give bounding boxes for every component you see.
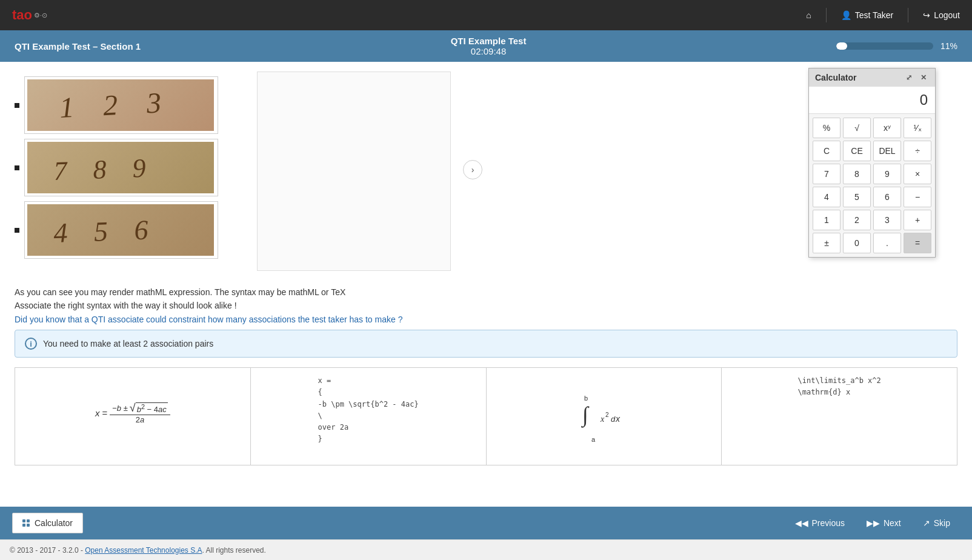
image-card-3[interactable]: 4 5 6 — [24, 201, 218, 259]
timer: 02:09:48 — [451, 46, 527, 56]
math-card-tex1[interactable]: x = { -b \pm \sqrt{b^2 - 4ac} \ over 2a … — [251, 368, 487, 465]
text-line2: Associate the right syntax with the way … — [15, 299, 957, 312]
calculator-widget: Calculator ⤢ ✕ 0 %√xʸ¹⁄ₓCCEDEL÷789×456−1… — [808, 68, 936, 258]
calc-controls: ⤢ ✕ — [904, 72, 929, 83]
question-text: As you can see you may render mathML exp… — [15, 278, 957, 330]
next-label: Next — [884, 518, 901, 528]
app-logo: tao ⚙·⊙ — [12, 7, 47, 23]
calc-resize-button[interactable]: ⤢ — [904, 72, 914, 83]
svg-text:1 2 3: 1 2 3 — [59, 85, 173, 124]
test-info: QTI Example Test 02:09:48 — [451, 36, 527, 56]
sand-image-789: 7 8 9 — [27, 142, 214, 193]
footer-company: Open Assessment Technologies S.A — [85, 546, 202, 555]
image-card-1[interactable]: 1 2 3 — [24, 76, 218, 134]
svg-text:x: x — [600, 415, 605, 424]
info-icon: i — [25, 338, 37, 350]
footer: © 2013 - 2017 - 3.2.0 - Open Assessment … — [0, 539, 972, 560]
calc-btn-DEL[interactable]: DEL — [873, 141, 901, 161]
math-card-tex2[interactable]: \int\limits_a^b x^2 \mathrm{d} x — [722, 368, 957, 465]
calc-btn-0[interactable]: 0 — [843, 233, 871, 253]
footer-company-link[interactable]: Open Assessment Technologies S.A — [85, 546, 202, 555]
calc-btn-2[interactable]: 2 — [843, 210, 871, 230]
calculator-tool-button[interactable]: Calculator — [12, 513, 83, 533]
footer-rights: . All rights reserved. — [202, 546, 266, 555]
math-card-integral[interactable]: b ∫ a x 2 d x — [487, 368, 722, 465]
svg-text:a: a — [591, 436, 596, 443]
next-button[interactable]: ▶▶ Next — [857, 513, 911, 533]
calc-btn-_[interactable]: % — [813, 118, 841, 138]
image-item-1: 1 2 3 — [15, 76, 245, 134]
calc-btn-_[interactable]: × — [904, 164, 931, 184]
calc-btn-7[interactable]: 7 — [813, 164, 841, 184]
text-line1: As you can see you may render mathML exp… — [15, 285, 957, 299]
calc-btn-4[interactable]: 4 — [813, 187, 841, 207]
drop-zone — [257, 72, 451, 271]
svg-text:7 8 9: 7 8 9 — [53, 153, 156, 186]
calc-btn-5[interactable]: 5 — [843, 187, 871, 207]
image-card-2[interactable]: 7 8 9 — [24, 139, 218, 196]
navigation-buttons: ◀◀ Previous ▶▶ Next ↗ Skip — [785, 513, 960, 533]
previous-icon: ◀◀ — [795, 518, 808, 528]
progress-bar-inner — [836, 42, 847, 50]
top-navigation: tao ⚙·⊙ ⌂ 👤 Test Taker ↪ Logout — [0, 0, 972, 30]
calc-btn-_[interactable]: . — [873, 233, 901, 253]
calc-close-button[interactable]: ✕ — [918, 72, 929, 83]
bottom-bar: Calculator ◀◀ Previous ▶▶ Next ↗ Skip — [0, 507, 972, 539]
user-link[interactable]: 👤 Test Taker — [841, 10, 894, 20]
skip-button[interactable]: ↗ Skip — [913, 513, 960, 533]
bullet-1 — [15, 103, 19, 108]
bullet-3 — [15, 228, 19, 233]
calc-btn-C[interactable]: C — [813, 141, 841, 161]
tex-code-1: x = { -b \pm \sqrt{b^2 - 4ac} \ over 2a … — [318, 375, 419, 445]
calc-btn-9[interactable]: 9 — [873, 164, 901, 184]
integral-formula: b ∫ a x 2 d x — [579, 382, 628, 451]
home-link[interactable]: ⌂ — [806, 10, 811, 20]
calc-header: Calculator ⤢ ✕ — [809, 68, 935, 87]
calc-btn-_[interactable]: ÷ — [904, 141, 931, 161]
calc-btn-1[interactable]: 1 — [813, 210, 841, 230]
calc-btn-_[interactable]: √ — [843, 118, 871, 138]
text-line3: Did you know that a QTI associate could … — [15, 313, 957, 326]
footer-copyright: © 2013 - 2017 - 3.2.0 - — [10, 546, 83, 555]
calc-btn-_[interactable]: ± — [813, 233, 841, 253]
calc-btn-___[interactable]: ¹⁄ₓ — [904, 118, 931, 138]
math-cards: x = −b ± √ b2 − 4ac 2a x — [15, 367, 957, 465]
calc-btn-_[interactable]: + — [904, 210, 931, 230]
info-message: You need to make at least 2 association … — [43, 339, 213, 348]
svg-text:4 5 6: 4 5 6 — [53, 214, 159, 248]
calc-btn-_[interactable]: − — [904, 187, 931, 207]
svg-text:∫: ∫ — [581, 402, 590, 428]
calc-btn-x_[interactable]: xʸ — [873, 118, 901, 138]
calculator-grid-icon — [22, 519, 30, 527]
previous-label: Previous — [812, 518, 845, 528]
calc-display: 0 — [809, 87, 935, 114]
previous-button[interactable]: ◀◀ Previous — [785, 513, 854, 533]
logo-text: tao — [12, 7, 32, 23]
calc-btn-_[interactable]: = — [904, 233, 931, 253]
home-icon: ⌂ — [806, 10, 811, 20]
calc-btn-8[interactable]: 8 — [843, 164, 871, 184]
progress-bar-outer — [836, 42, 933, 50]
calc-btn-3[interactable]: 3 — [873, 210, 901, 230]
svg-text:b: b — [584, 395, 588, 402]
svg-text:2: 2 — [605, 412, 609, 418]
nav-divider — [826, 8, 827, 22]
calc-btn-6[interactable]: 6 — [873, 187, 901, 207]
info-box: i You need to make at least 2 associatio… — [15, 330, 957, 358]
logout-link[interactable]: ↪ Logout — [923, 10, 960, 20]
logout-icon: ↪ — [923, 10, 930, 20]
next-arrow-button[interactable]: › — [463, 160, 482, 179]
bullet-2 — [15, 165, 19, 170]
skip-label: Skip — [934, 518, 950, 528]
calc-btn-CE[interactable]: CE — [843, 141, 871, 161]
test-name: QTI Example Test — [451, 36, 527, 46]
progress-percent: 11% — [940, 41, 957, 51]
math-card-formula[interactable]: x = −b ± √ b2 − 4ac 2a — [15, 368, 251, 465]
calc-title: Calculator — [815, 73, 856, 82]
section-bar: QTI Example Test – Section 1 QTI Example… — [0, 30, 972, 62]
section-title: QTI Example Test – Section 1 — [15, 41, 141, 52]
calc-buttons: %√xʸ¹⁄ₓCCEDEL÷789×456−123+±0.= — [809, 114, 935, 257]
tool-buttons: Calculator — [12, 513, 83, 533]
next-icon: ▶▶ — [867, 518, 880, 528]
tex-code-2: \int\limits_a^b x^2 \mathrm{d} x — [797, 375, 880, 398]
